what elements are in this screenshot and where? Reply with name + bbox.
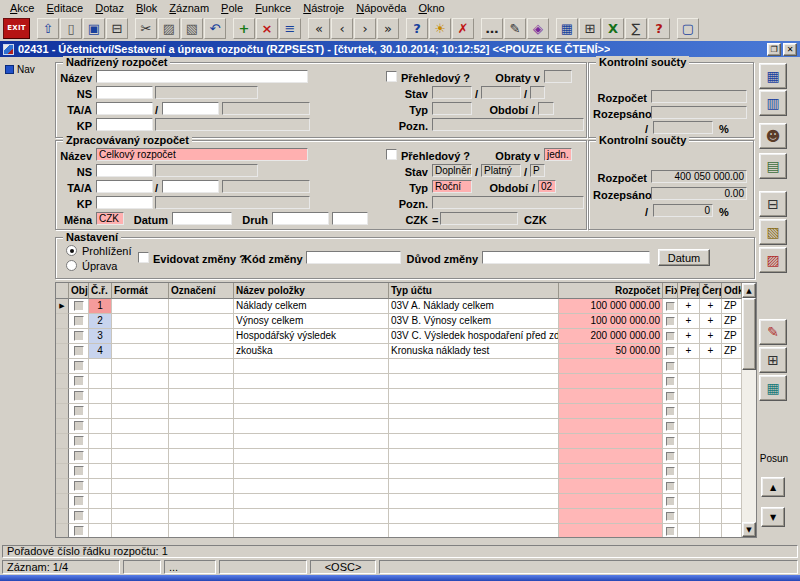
clear-form-button[interactable]: ▯ [60, 18, 82, 39]
cell-cerp[interactable] [700, 404, 722, 419]
cell-roz[interactable] [559, 449, 663, 464]
copy-button[interactable]: ▨ [158, 18, 180, 39]
current-obraty-field[interactable]: jedn. [544, 148, 572, 161]
fix-checkbox[interactable] [666, 317, 675, 326]
cell-prep[interactable] [678, 419, 700, 434]
cell-typ[interactable]: 03V B. Výnosy celkem [389, 314, 559, 329]
menu-item-zaznam[interactable]: Záznam [163, 2, 215, 14]
cell-odk[interactable]: ZP [722, 314, 742, 329]
cell-odk[interactable] [722, 419, 742, 434]
cell-ozn[interactable] [169, 389, 234, 404]
cell-cr[interactable] [89, 524, 112, 538]
cell-cerp[interactable] [700, 494, 722, 509]
cell-odk[interactable] [722, 494, 742, 509]
cell-odk[interactable] [722, 374, 742, 389]
side-folder-button[interactable]: ▧ [759, 219, 787, 245]
duvod-zmeny-field[interactable] [482, 251, 650, 264]
excel-button[interactable]: X [602, 18, 624, 39]
cell-ozn[interactable] [169, 359, 234, 374]
cell-cerp[interactable] [700, 434, 722, 449]
cell-prep[interactable] [678, 479, 700, 494]
cell-typ[interactable] [389, 359, 559, 374]
cell-ozn[interactable] [169, 329, 234, 344]
cell-roz[interactable] [559, 419, 663, 434]
menu-item-nastroje[interactable]: Nástroje [297, 2, 350, 14]
calculator-button[interactable]: ⊞ [579, 18, 601, 39]
menu-item-funkce[interactable]: Funkce [249, 2, 297, 14]
cell-odk[interactable] [722, 509, 742, 524]
cell-naz[interactable] [234, 359, 389, 374]
menu-item-okno[interactable]: Okno [412, 2, 450, 14]
current-prehledovy-checkbox[interactable] [386, 149, 397, 160]
cell-naz[interactable] [234, 449, 389, 464]
cell-cerp[interactable]: + [700, 329, 722, 344]
fix-checkbox[interactable] [666, 347, 675, 356]
cell-typ[interactable] [389, 404, 559, 419]
cell-naz[interactable] [234, 374, 389, 389]
obj-checkbox[interactable] [74, 406, 84, 416]
cell-format[interactable] [112, 494, 169, 509]
cell-cr[interactable] [89, 374, 112, 389]
prohlizeni-radio[interactable] [66, 245, 77, 256]
cell-roz[interactable]: 100 000 000.00 [559, 314, 663, 329]
fix-checkbox[interactable] [666, 467, 675, 476]
cell-odk[interactable] [722, 479, 742, 494]
grid-scrollbar[interactable]: ▲ ▼ [742, 283, 756, 537]
cell-cr[interactable] [89, 359, 112, 374]
cell-typ[interactable] [389, 449, 559, 464]
enter-query-button[interactable]: ? [406, 18, 428, 39]
edit-field-button[interactable]: ✎ [504, 18, 526, 39]
cell-odk[interactable]: ZP [722, 344, 742, 359]
sum-button[interactable]: ∑ [625, 18, 647, 39]
scroll-up-button[interactable]: ▲ [742, 283, 756, 298]
cell-cerp[interactable]: + [700, 299, 722, 314]
cell-prep[interactable]: + [678, 344, 700, 359]
parent-ta-field[interactable] [96, 102, 153, 115]
cell-odk[interactable] [722, 434, 742, 449]
cell-prep[interactable]: + [678, 299, 700, 314]
cell-cr[interactable] [89, 419, 112, 434]
cell-typ[interactable] [389, 389, 559, 404]
undo-button[interactable]: ↶ [204, 18, 226, 39]
cell-naz[interactable]: Výnosy celkem [234, 314, 389, 329]
cell-prep[interactable] [678, 524, 700, 538]
cell-roz[interactable] [559, 479, 663, 494]
cell-ozn[interactable] [169, 524, 234, 538]
fix-checkbox[interactable] [666, 482, 675, 491]
cell-prep[interactable] [678, 359, 700, 374]
previous-record-button[interactable]: ‹ [331, 18, 353, 39]
side-documents-button[interactable]: ▤ [759, 153, 787, 179]
menu-item-napoveda[interactable]: Nápověda [350, 2, 412, 14]
fix-checkbox[interactable] [666, 437, 675, 446]
attachment-button[interactable]: ◈ [527, 18, 549, 39]
fix-checkbox[interactable] [666, 512, 675, 521]
cell-roz[interactable]: 200 000 000.00 [559, 329, 663, 344]
cell-roz[interactable] [559, 464, 663, 479]
obj-checkbox[interactable] [74, 376, 84, 386]
navigator-toggle[interactable]: Nav [5, 64, 35, 75]
cell-typ[interactable]: 03V C. Výsledek hospodaření před zd [389, 329, 559, 344]
side-user-button[interactable]: ☻ [759, 123, 787, 149]
cut-button[interactable]: ✂ [135, 18, 157, 39]
cell-roz[interactable] [559, 389, 663, 404]
cell-naz[interactable] [234, 434, 389, 449]
cell-typ[interactable] [389, 464, 559, 479]
cell-typ[interactable]: 03V A. Náklady celkem [389, 299, 559, 314]
fix-checkbox[interactable] [666, 302, 675, 311]
fix-checkbox[interactable] [666, 362, 675, 371]
menu-item-pole[interactable]: Pole [215, 2, 249, 14]
side-grid-button[interactable]: ▦ [759, 375, 787, 401]
menu-item-dotaz[interactable]: Dotaz [89, 2, 130, 14]
cell-prep[interactable] [678, 509, 700, 524]
cell-cr[interactable] [89, 494, 112, 509]
save-button[interactable]: ▣ [83, 18, 105, 39]
obj-checkbox[interactable] [74, 316, 84, 326]
current-a-field[interactable] [162, 180, 219, 193]
kod-zmeny-field[interactable] [306, 251, 401, 264]
obj-checkbox[interactable] [74, 391, 84, 401]
cancel-query-button[interactable]: ✗ [452, 18, 474, 39]
cell-ozn[interactable] [169, 314, 234, 329]
cell-naz[interactable] [234, 389, 389, 404]
cell-roz[interactable] [559, 374, 663, 389]
cell-prep[interactable] [678, 449, 700, 464]
